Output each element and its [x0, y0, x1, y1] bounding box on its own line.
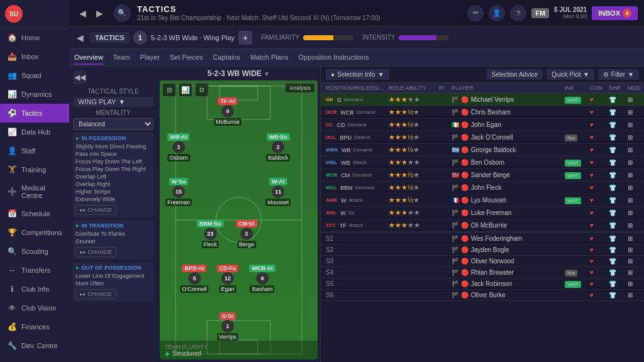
transition-item: Distribute To Flanks — [75, 230, 151, 238]
selection-info-button[interactable]: ● Selection Info ▼ — [326, 69, 389, 80]
player-token-mousset[interactable]: W·At 11 Mousset — [265, 178, 291, 206]
sidebar-item-tactics[interactable]: ⚽ Tactics — [0, 104, 69, 123]
wing-play-selector[interactable]: WING PLAY ▼ — [73, 97, 153, 107]
sidebar-item-scouting[interactable]: 🔍 Scouting — [0, 242, 69, 261]
table-row[interactable]: DCRWCBDemand ★★★½★ 🏴 🔴Chris Basham ♥ 👕 ⊞… — [321, 106, 644, 119]
player-token-basham[interactable]: WCB·At 6 Basham — [249, 265, 275, 293]
table-row[interactable]: S2 🏴 🔴Jayden Bogle ♥ 👕 ⊞ — — [321, 244, 644, 256]
selection-advice-button[interactable]: Selection Advice — [487, 69, 543, 80]
player-token-fleck[interactable]: BBM·Su 23 Fleck — [197, 220, 224, 248]
sidebar-item-devcentre[interactable]: 🔧 Dev. Centre — [0, 336, 69, 355]
help-icon[interactable]: ? — [510, 5, 526, 21]
possession-item: Slightly More Direct Passing — [75, 143, 151, 150]
analysis-button[interactable]: Analysis — [285, 83, 315, 93]
tab-overview[interactable]: Overview — [74, 51, 103, 65]
sidebar-item-staff[interactable]: 👤 Staff — [0, 141, 69, 160]
tab-set-pieces[interactable]: Set Pieces — [170, 51, 203, 65]
edit-icon[interactable]: ✏ — [467, 5, 484, 21]
tab-match-plans[interactable]: Match Plans — [250, 51, 289, 65]
filter-button[interactable]: ⚙ Filter ▼ — [598, 69, 639, 80]
out-possession-change-button[interactable]: ▸▸ CHANGE — [75, 289, 116, 299]
transition-change-button[interactable]: ▸▸ CHANGE — [75, 247, 116, 257]
sidebar-item-dynamics[interactable]: 📊 Dynamics — [0, 85, 69, 104]
sidebar-item-squad[interactable]: 👥 Squad — [0, 66, 69, 85]
tab-opposition-instructions[interactable]: Opposition Instructions — [298, 51, 369, 65]
finances-icon: 💰 — [8, 322, 16, 331]
col-mod: MOD — [628, 85, 644, 91]
player-token-mcburnie[interactable]: TF·At 9 McBurnie — [214, 97, 242, 126]
tab-team[interactable]: Team — [113, 51, 130, 65]
player-token-egan[interactable]: CD·Fu 12 Egan — [217, 265, 239, 293]
table-row[interactable]: S6 🏴 🔴Oliver Burke ♥ 👕 ⊞ — — [321, 290, 644, 301]
table-row[interactable]: WBRWBDemand ★★★½★ 🇬🇷 🔴George Baldock ♥ 👕… — [321, 144, 644, 156]
tab-captains[interactable]: Captains — [213, 51, 240, 65]
fluidity-icon: ◆ — [165, 350, 170, 357]
mentality-select[interactable]: Balanced Positive Cautious — [73, 118, 153, 130]
player-name-cell: 🏴 🔴Chris Basham — [452, 109, 565, 116]
tab-player[interactable]: Player — [140, 51, 160, 65]
player-token-berge[interactable]: CM·Di 8 Berge — [236, 220, 257, 248]
sidebar-item-transfers[interactable]: ↔ Transfers — [0, 261, 69, 280]
sidebar-item-home[interactable]: 🏠 Home — [0, 28, 69, 47]
player-name-field: Fleck — [202, 241, 219, 248]
table-row[interactable]: DCLBPDDefend ★★★½★ 🏴 🔴Jack O'Connell Not… — [321, 131, 644, 144]
person-icon[interactable]: 👤 — [489, 5, 505, 21]
forward-button[interactable]: ▶ — [92, 7, 107, 19]
player-token-baldock[interactable]: WB·Su 2 Baldock — [266, 133, 290, 162]
pos-role-cell: MCRCMDemand — [326, 172, 389, 178]
table-row[interactable]: S4 🏴 🔴Rhian Brewster Not ♥ 👕 ⊞ — — [321, 267, 644, 278]
player-number: 6 — [256, 272, 269, 285]
sidebar-item-finances[interactable]: 💰 Finances — [0, 317, 69, 336]
sidebar-item-schedule[interactable]: 📅 Schedule — [0, 204, 69, 223]
formation-grid-icon[interactable]: ⊞ — [162, 83, 176, 97]
team-fluidity-label: TEAM FLUIDITY — [165, 344, 313, 350]
sidebar-item-training[interactable]: 🏋 Training — [0, 160, 69, 179]
formation-chart-icon[interactable]: 📊 — [179, 83, 192, 97]
table-row[interactable]: AMRWAttack ★★★½★ 🇫🇷 🔴Lys Mousset WNT ♥ 👕… — [321, 194, 644, 207]
sidebar-item-competitions[interactable]: 🏆 Competitions — [0, 223, 69, 242]
player-token-oconnell[interactable]: BPD·At 5 O'Connell — [180, 265, 209, 293]
main-content: ◀ ▶ 🔍 TACTICS 21st In Sky Bet Championsh… — [69, 0, 644, 362]
quick-pick-button[interactable]: Quick Pick ▼ — [547, 69, 594, 80]
table-row[interactable]: DCCDDemand ★★★½★ 🇮🇪 🔴John Egan ♥ 👕 ⊞ — — [321, 119, 644, 131]
search-icon[interactable]: 🔍 — [113, 4, 131, 22]
con-cell: ♥ — [590, 292, 609, 299]
collapse-button[interactable]: ◀◀ — [73, 70, 87, 84]
intensity-bar — [399, 35, 449, 40]
player-token-osborn[interactable]: WB·At 3 Osborn — [167, 133, 190, 162]
player-token-freeman[interactable]: W·Su 15 Freeman — [165, 178, 192, 206]
formation-settings-icon[interactable]: ⚙ — [195, 83, 209, 97]
table-row[interactable]: S1 🏴 🔴Wes Foderingham ♥ 👕 ⊞ — — [321, 233, 644, 244]
table-row[interactable]: WBLWBAttack ★★★★★ 🏴 🔴Ben Osborn WNT ♥ 👕 … — [321, 156, 644, 169]
col-pi: PI — [439, 85, 452, 91]
table-row[interactable]: S3 🏴 🔴Oliver Norwood ♥ 👕 ⊞ — — [321, 256, 644, 267]
sidebar-item-inbox[interactable]: 📥 Inbox — [0, 47, 69, 66]
table-row[interactable]: AMLWSu ★★★★★ 🏴 🔴Luke Freeman ♥ 👕 ⊞ — — [321, 207, 644, 219]
player-token-verrips[interactable]: G·Di 1 Verrips — [217, 312, 238, 341]
out-of-possession-section: OUT OF POSSESSION Lower Line Of Engageme… — [73, 262, 153, 302]
inbox-button[interactable]: INBOX 4 — [592, 6, 638, 20]
sidebar-item-medical[interactable]: ➕ Medical Centre — [0, 179, 69, 204]
player-name-cell: 🏴 🔴Rhian Brewster — [452, 269, 565, 276]
player-name-field: Osborn — [167, 154, 190, 162]
collapse-tactics-btn[interactable]: ◀ — [74, 31, 86, 44]
back-button[interactable]: ◀ — [75, 7, 90, 19]
table-row[interactable]: S5 🏴 🔴Jack Robinson WNT ♥ 👕 ⊞ — — [321, 278, 644, 290]
sidebar-item-label: Finances — [21, 323, 50, 331]
possession-change-button[interactable]: ▸▸ CHANGE — [75, 205, 116, 215]
sidebar-item-clubinfo[interactable]: ℹ Club Info — [0, 280, 69, 299]
role-ability-cell: ★★★★★ — [389, 158, 439, 167]
player-number: 1 — [221, 320, 234, 332]
sidebar-item-datahub[interactable]: 📈 Data Hub — [0, 123, 69, 141]
sidebar-item-label: Tactics — [21, 109, 43, 117]
table-row[interactable]: STCTFAttack ★★★★★ 🏴 🔴Oli McBurnie ♥ 👕 ⊞ … — [321, 219, 644, 232]
table-row[interactable]: MCLBBMDemand ★★★½★ 🏴 🔴John Fleck ♥ 👕 ⊞ — — [321, 182, 644, 194]
table-row[interactable]: GKGDemand ★★★★★ 🏴 🔴Michael Verrips WNT ♥… — [321, 94, 644, 106]
inf-cell: WNT — [565, 280, 590, 287]
player-name-cell: 🏴 🔴Jayden Bogle — [452, 246, 565, 253]
sidebar-item-clubvision[interactable]: 👁 Club Vision — [0, 299, 69, 317]
mod-cell: ⊞ — [628, 292, 644, 299]
add-tactic-button[interactable]: + — [238, 31, 252, 45]
table-row[interactable]: MCRCMDemand ★★★½★ 🇳🇴 🔴Sander Berge WNT ♥… — [321, 169, 644, 182]
sidebar-item-label: Competitions — [21, 229, 62, 236]
